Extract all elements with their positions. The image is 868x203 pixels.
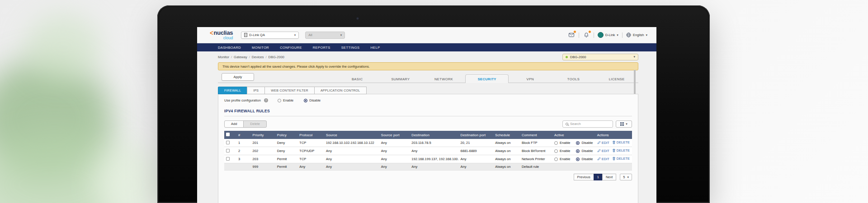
enable-label: Enable <box>560 149 570 153</box>
subtab-application-control[interactable]: APPLICATION CONTROL <box>314 87 367 94</box>
background-plant-blur <box>0 131 140 203</box>
add-button[interactable]: Add <box>224 120 244 128</box>
user-name: D-Link <box>605 33 615 37</box>
previous-page-button[interactable]: Previous <box>574 174 594 180</box>
breadcrumb-item[interactable]: DBG-2000 <box>269 55 284 59</box>
delete-link[interactable]: DELETE <box>612 148 630 152</box>
column-header: Comment <box>520 131 552 139</box>
security-subtabs: FIREWALLIPSWEB CONTENT FILTERAPPLICATION… <box>218 87 638 94</box>
tab-summary[interactable]: SUMMARY <box>379 74 422 83</box>
edit-link[interactable]: EDIT <box>597 157 609 161</box>
apply-button[interactable]: Apply <box>222 73 254 81</box>
row-checkbox[interactable] <box>226 141 230 144</box>
logo-brand: nuclias <box>214 30 233 36</box>
breadcrumb-item[interactable]: Gateway <box>234 55 247 59</box>
cell-policy: Deny <box>275 139 298 147</box>
select-all-checkbox[interactable] <box>226 133 230 136</box>
breadcrumb: Monitor/Gateway/Devices/DBG-2000 <box>218 55 284 59</box>
breadcrumb-item[interactable]: Devices <box>252 55 264 59</box>
tab-basic[interactable]: BASIC <box>335 74 379 83</box>
column-header: Policy <box>275 131 298 139</box>
breadcrumb-separator: / <box>249 55 250 59</box>
cell-schedule: Always on <box>493 163 520 171</box>
cell-priority: 202 <box>251 147 275 155</box>
row-checkbox[interactable] <box>226 157 230 161</box>
table-row: 2202DenyTCP/UDPAnyAnyAny6881-6889Always … <box>224 147 632 155</box>
delete-link[interactable]: DELETE <box>612 157 630 161</box>
nav-item-monitor[interactable]: MONITOR <box>252 46 269 50</box>
page-size-selector[interactable]: 5 ▾ <box>620 174 632 180</box>
delete-button[interactable]: Delete <box>243 120 267 128</box>
avatar <box>598 32 604 38</box>
select-all-header <box>224 131 236 139</box>
cell-priority: 203 <box>251 155 275 163</box>
cell-num <box>236 163 251 171</box>
site-selector[interactable]: All ▾ <box>305 32 345 39</box>
tab-tools[interactable]: TOOLS <box>552 74 595 83</box>
subtab-ips[interactable]: IPS <box>247 87 265 94</box>
profile-disable-radio[interactable]: Disable <box>304 98 321 102</box>
cell-checkbox <box>224 163 236 171</box>
rule-disable-radio[interactable]: Disable <box>576 149 593 153</box>
alerts-button[interactable] <box>583 32 590 38</box>
firewall-rules-table: #PriorityPolicyProtocolSourceSource port… <box>224 131 632 171</box>
nav-item-settings[interactable]: SETTINGS <box>341 46 360 50</box>
column-settings-button[interactable]: ▾ <box>616 120 632 128</box>
current-page-button[interactable]: 1 <box>594 174 603 180</box>
rule-disable-radio[interactable]: Disable <box>576 157 593 161</box>
nav-item-reports[interactable]: REPORTS <box>313 46 330 50</box>
edit-label: EDIT <box>602 141 609 145</box>
cell-destination-port: 20, 21 <box>459 139 494 147</box>
firewall-panel: Use profile configuration ? Enable Disab… <box>218 94 638 203</box>
cell-policy: Permit <box>275 163 298 171</box>
rule-enable-radio[interactable]: Enable <box>554 157 570 161</box>
tab-security[interactable]: SECURITY <box>465 74 509 83</box>
cell-policy: Deny <box>275 147 298 155</box>
tab-vpn[interactable]: VPN <box>509 74 552 83</box>
main-nav: DASHBOARDMONITORCONFIGUREREPORTSSETTINGS… <box>197 43 656 51</box>
divider <box>224 116 632 116</box>
radio-icon <box>554 157 558 161</box>
subtab-firewall[interactable]: FIREWALL <box>218 87 247 94</box>
nuclias-logo[interactable]: < nuclias cloud <box>210 30 233 40</box>
breadcrumb-item[interactable]: Monitor <box>218 55 229 59</box>
language-value: English <box>633 33 644 37</box>
rule-enable-radio[interactable]: Enable <box>554 149 570 153</box>
language-menu[interactable]: English ▾ <box>626 32 647 37</box>
help-icon[interactable]: ? <box>264 98 268 102</box>
cell-actions: EDITDELETE <box>595 147 632 155</box>
organization-value: D-Link QA <box>249 33 265 37</box>
nav-item-configure[interactable]: CONFIGURE <box>280 46 302 50</box>
divider <box>594 32 594 38</box>
search-icon <box>566 123 568 125</box>
edit-link[interactable]: EDIT <box>597 141 609 145</box>
subtab-web-content-filter[interactable]: WEB CONTENT FILTER <box>264 87 315 94</box>
cell-actions: EDITDELETE <box>595 139 632 147</box>
tab-network[interactable]: NETWORK <box>422 74 466 83</box>
radio-checked-icon <box>304 99 307 102</box>
next-page-button[interactable]: Next <box>602 174 616 180</box>
radio-checked-icon <box>576 157 580 161</box>
profile-enable-radio[interactable]: Enable <box>278 98 293 102</box>
rule-disable-radio[interactable]: Disable <box>576 141 593 145</box>
cell-source: Any <box>324 163 379 171</box>
user-menu[interactable]: D-Link ▾ <box>598 32 618 38</box>
rule-enable-radio[interactable]: Enable <box>554 141 570 145</box>
firmware-alert-button[interactable] <box>568 32 575 38</box>
cell-destination: Any <box>410 163 458 171</box>
logo-chevron-icon: < <box>210 29 213 36</box>
disable-label: Disable <box>309 98 321 102</box>
row-checkbox[interactable] <box>226 149 230 152</box>
search-input[interactable] <box>570 122 610 126</box>
tab-license[interactable]: LICENSE <box>595 74 638 83</box>
nav-item-dashboard[interactable]: DASHBOARD <box>218 46 241 50</box>
cell-source-port: Any <box>379 163 410 171</box>
cell-destination: 192.168.199.137, 192.168.100.138 <box>410 155 458 163</box>
nav-item-help[interactable]: HELP <box>370 46 380 50</box>
cell-destination-port: 6881-6889 <box>459 147 494 155</box>
edit-link[interactable]: EDIT <box>597 149 609 153</box>
device-selector[interactable]: DBG-2000 ▾ <box>562 54 638 60</box>
delete-link[interactable]: DELETE <box>612 140 630 144</box>
cell-schedule: Always on <box>493 147 520 155</box>
organization-selector[interactable]: D-Link QA ▾ <box>241 32 299 39</box>
